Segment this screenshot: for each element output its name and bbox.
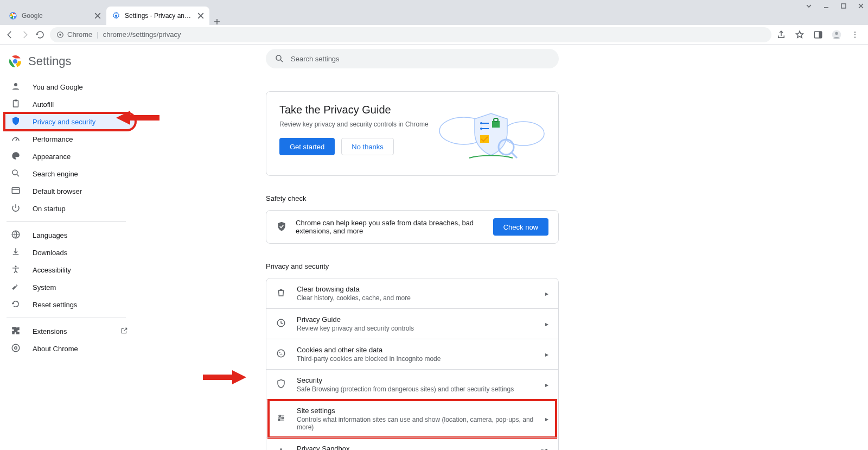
row-title: Privacy Guide bbox=[297, 315, 535, 324]
svg-point-30 bbox=[480, 122, 482, 124]
palette-icon bbox=[11, 151, 22, 162]
sidebar-item-accessibility[interactable]: Accessibility bbox=[4, 261, 136, 278]
safety-message: Chrome can help keep you safe from data … bbox=[296, 219, 484, 235]
address-bar[interactable]: Chrome | chrome://settings/privacy bbox=[50, 27, 771, 42]
sidebar-item-appearance[interactable]: Appearance bbox=[4, 148, 136, 165]
sidebar-item-downloads[interactable]: Downloads bbox=[4, 244, 136, 261]
search-icon bbox=[11, 168, 22, 180]
new-tab-button[interactable] bbox=[209, 18, 225, 25]
sidebar-item-languages[interactable]: Languages bbox=[4, 226, 136, 244]
shield-icon bbox=[11, 116, 22, 128]
close-icon[interactable] bbox=[197, 12, 204, 19]
tab-label: Google bbox=[22, 12, 90, 20]
svg-point-35 bbox=[279, 352, 280, 353]
sidebar-item-label: On startup bbox=[33, 205, 66, 213]
kebab-menu-icon[interactable] bbox=[850, 29, 860, 40]
window-close-icon[interactable] bbox=[857, 2, 865, 10]
chevron-right-icon: ▸ bbox=[545, 320, 548, 328]
row-cookies[interactable]: Cookies and other site dataThird-party c… bbox=[266, 339, 558, 369]
puzzle-icon bbox=[11, 326, 22, 337]
svg-rect-2 bbox=[841, 4, 846, 8]
google-favicon-icon bbox=[9, 11, 17, 20]
close-icon[interactable] bbox=[94, 12, 101, 19]
svg-point-15 bbox=[14, 83, 17, 86]
row-text: Privacy SandboxTrial features are off bbox=[297, 445, 530, 450]
tab-google[interactable]: Google bbox=[3, 7, 106, 25]
svg-point-38 bbox=[279, 415, 280, 417]
search-settings-input[interactable]: Search settings bbox=[266, 49, 559, 68]
get-started-button[interactable]: Get started bbox=[279, 138, 335, 155]
minimize-icon[interactable] bbox=[822, 2, 830, 10]
toolbar-right bbox=[776, 29, 864, 40]
power-icon bbox=[11, 203, 22, 214]
row-title: Security bbox=[297, 376, 535, 384]
svg-point-23 bbox=[15, 346, 17, 349]
row-site-settings[interactable]: Site settingsControls what information s… bbox=[266, 400, 558, 438]
window-controls bbox=[805, 2, 865, 10]
tab-settings[interactable]: Settings - Privacy and security bbox=[106, 7, 209, 25]
row-title: Privacy Sandbox bbox=[297, 445, 530, 450]
flask-icon bbox=[276, 447, 287, 450]
titlebar: Google Settings - Privacy and security bbox=[0, 0, 868, 25]
row-privacy-sandbox[interactable]: Privacy SandboxTrial features are off bbox=[266, 438, 558, 450]
svg-rect-6 bbox=[819, 31, 822, 38]
sidebar-item-default-browser[interactable]: Default browser bbox=[4, 182, 136, 200]
chevron-down-icon[interactable] bbox=[805, 2, 813, 10]
row-privacy-guide[interactable]: Privacy GuideReview key privacy and secu… bbox=[266, 308, 558, 339]
no-thanks-button[interactable]: No thanks bbox=[341, 138, 394, 155]
annotation-arrow bbox=[203, 369, 246, 385]
sidepanel-icon[interactable] bbox=[813, 29, 824, 40]
sidebar-item-on-startup[interactable]: On startup bbox=[4, 200, 136, 217]
sidebar-header: Settings bbox=[0, 50, 136, 78]
sidebar-item-about[interactable]: About Chrome bbox=[4, 340, 136, 357]
external-link-icon bbox=[120, 327, 128, 336]
site-chip-label: Chrome bbox=[67, 30, 92, 39]
check-now-button[interactable]: Check now bbox=[493, 218, 548, 236]
sidebar-item-label: Extensions bbox=[33, 327, 67, 335]
privacy-guide-actions: Get started No thanks bbox=[279, 138, 429, 155]
sidebar-item-label: System bbox=[33, 283, 56, 291]
omnibox-separator: | bbox=[97, 30, 98, 39]
row-subtitle: Review key privacy and security controls bbox=[297, 325, 535, 332]
browser-toolbar: Chrome | chrome://settings/privacy bbox=[0, 25, 868, 45]
svg-point-24 bbox=[276, 55, 281, 60]
sidebar-item-extensions[interactable]: Extensions bbox=[4, 322, 136, 340]
back-icon[interactable] bbox=[4, 29, 15, 40]
sidebar-item-label: Privacy and security bbox=[33, 118, 95, 126]
privacy-guide-subtitle: Review key privacy and security controls… bbox=[279, 121, 429, 128]
privacy-guide-text: Take the Privacy Guide Review key privac… bbox=[279, 104, 429, 163]
row-clear-browsing-data[interactable]: Clear browsing dataClear history, cookie… bbox=[266, 278, 558, 308]
row-text: SecuritySafe Browsing (protection from d… bbox=[297, 376, 535, 393]
svg-point-37 bbox=[280, 354, 281, 356]
star-icon[interactable] bbox=[794, 29, 805, 40]
share-icon[interactable] bbox=[776, 29, 787, 40]
sidebar-item-system[interactable]: System bbox=[4, 278, 136, 296]
maximize-icon[interactable] bbox=[840, 2, 847, 10]
sidebar-title: Settings bbox=[28, 54, 72, 68]
forward-icon[interactable] bbox=[20, 29, 30, 40]
sidebar-item-reset[interactable]: Reset settings bbox=[4, 296, 136, 313]
safety-check-card: Chrome can help keep you safe from data … bbox=[266, 210, 559, 244]
sidebar-secondary: Languages Downloads Accessibility System… bbox=[0, 226, 136, 313]
sidebar-item-performance[interactable]: Performance bbox=[4, 130, 136, 148]
person-icon bbox=[11, 81, 22, 93]
accessibility-icon bbox=[11, 264, 22, 276]
profile-icon[interactable] bbox=[831, 29, 842, 40]
compass-icon bbox=[276, 318, 287, 329]
window-icon bbox=[11, 186, 22, 197]
sidebar-item-label: Search engine bbox=[33, 170, 78, 178]
reload-icon[interactable] bbox=[35, 29, 46, 40]
svg-rect-17 bbox=[15, 99, 17, 101]
restore-icon bbox=[11, 299, 22, 310]
svg-rect-16 bbox=[14, 100, 18, 107]
shield-outline-icon bbox=[276, 379, 287, 390]
shield-check-icon bbox=[276, 221, 287, 233]
sidebar-item-search-engine[interactable]: Search engine bbox=[4, 165, 136, 182]
sidebar-item-you-and-google[interactable]: You and Google bbox=[4, 78, 136, 96]
privacy-guide-title: Take the Privacy Guide bbox=[279, 104, 429, 116]
wrench-icon bbox=[11, 282, 22, 293]
sidebar-item-label: Default browser bbox=[33, 187, 82, 195]
sidebar-item-label: About Chrome bbox=[33, 345, 78, 353]
search-wrap: Search settings bbox=[266, 49, 559, 68]
row-security[interactable]: SecuritySafe Browsing (protection from d… bbox=[266, 369, 558, 400]
